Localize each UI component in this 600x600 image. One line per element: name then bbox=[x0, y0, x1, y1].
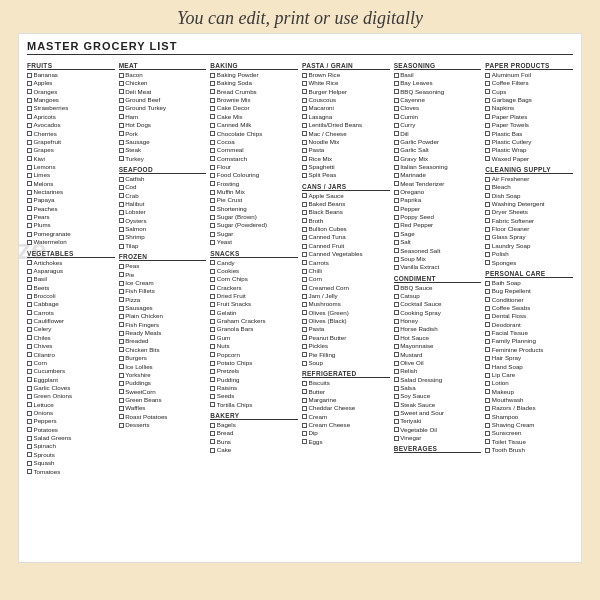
checkbox[interactable] bbox=[119, 98, 124, 103]
checkbox[interactable] bbox=[27, 377, 32, 382]
checkbox[interactable] bbox=[119, 314, 124, 319]
checkbox[interactable] bbox=[119, 73, 124, 78]
checkbox[interactable] bbox=[485, 106, 490, 111]
checkbox[interactable] bbox=[394, 248, 399, 253]
checkbox[interactable] bbox=[27, 148, 32, 153]
checkbox[interactable] bbox=[485, 306, 490, 311]
checkbox[interactable] bbox=[394, 190, 399, 195]
checkbox[interactable] bbox=[210, 89, 215, 94]
checkbox[interactable] bbox=[394, 319, 399, 324]
checkbox[interactable] bbox=[119, 140, 124, 145]
checkbox[interactable] bbox=[27, 386, 32, 391]
checkbox[interactable] bbox=[394, 335, 399, 340]
checkbox[interactable] bbox=[302, 252, 307, 257]
checkbox[interactable] bbox=[302, 173, 307, 178]
checkbox[interactable] bbox=[302, 123, 307, 128]
checkbox[interactable] bbox=[485, 98, 490, 103]
checkbox[interactable] bbox=[119, 81, 124, 86]
checkbox[interactable] bbox=[119, 339, 124, 344]
checkbox[interactable] bbox=[119, 148, 124, 153]
checkbox[interactable] bbox=[210, 131, 215, 136]
checkbox[interactable] bbox=[210, 148, 215, 153]
checkbox[interactable] bbox=[27, 461, 32, 466]
checkbox[interactable] bbox=[27, 190, 32, 195]
checkbox[interactable] bbox=[394, 106, 399, 111]
checkbox[interactable] bbox=[302, 106, 307, 111]
checkbox[interactable] bbox=[119, 306, 124, 311]
checkbox[interactable] bbox=[485, 235, 490, 240]
checkbox[interactable] bbox=[394, 327, 399, 332]
checkbox[interactable] bbox=[27, 394, 32, 399]
checkbox[interactable] bbox=[119, 202, 124, 207]
checkbox[interactable] bbox=[210, 215, 215, 220]
checkbox[interactable] bbox=[27, 140, 32, 145]
checkbox[interactable] bbox=[119, 322, 124, 327]
checkbox[interactable] bbox=[210, 269, 215, 274]
checkbox[interactable] bbox=[394, 123, 399, 128]
checkbox[interactable] bbox=[27, 215, 32, 220]
checkbox[interactable] bbox=[302, 414, 307, 419]
checkbox[interactable] bbox=[27, 277, 32, 282]
checkbox[interactable] bbox=[119, 281, 124, 286]
checkbox[interactable] bbox=[302, 260, 307, 265]
checkbox[interactable] bbox=[302, 148, 307, 153]
checkbox[interactable] bbox=[210, 123, 215, 128]
checkbox[interactable] bbox=[27, 402, 32, 407]
checkbox[interactable] bbox=[394, 436, 399, 441]
checkbox[interactable] bbox=[394, 419, 399, 424]
checkbox[interactable] bbox=[302, 431, 307, 436]
checkbox[interactable] bbox=[302, 361, 307, 366]
checkbox[interactable] bbox=[119, 406, 124, 411]
checkbox[interactable] bbox=[210, 81, 215, 86]
checkbox[interactable] bbox=[302, 244, 307, 249]
checkbox[interactable] bbox=[27, 73, 32, 78]
checkbox[interactable] bbox=[485, 193, 490, 198]
checkbox[interactable] bbox=[302, 406, 307, 411]
checkbox[interactable] bbox=[485, 431, 490, 436]
checkbox[interactable] bbox=[394, 285, 399, 290]
checkbox[interactable] bbox=[485, 114, 490, 119]
checkbox[interactable] bbox=[394, 394, 399, 399]
checkbox[interactable] bbox=[485, 202, 490, 207]
checkbox[interactable] bbox=[394, 206, 399, 211]
checkbox[interactable] bbox=[485, 252, 490, 257]
checkbox[interactable] bbox=[394, 81, 399, 86]
checkbox[interactable] bbox=[302, 73, 307, 78]
checkbox[interactable] bbox=[119, 373, 124, 378]
checkbox[interactable] bbox=[27, 452, 32, 457]
checkbox[interactable] bbox=[27, 444, 32, 449]
checkbox[interactable] bbox=[394, 257, 399, 262]
checkbox[interactable] bbox=[210, 260, 215, 265]
checkbox[interactable] bbox=[119, 414, 124, 419]
checkbox[interactable] bbox=[485, 148, 490, 153]
checkbox[interactable] bbox=[210, 165, 215, 170]
checkbox[interactable] bbox=[485, 185, 490, 190]
checkbox[interactable] bbox=[485, 89, 490, 94]
checkbox[interactable] bbox=[210, 198, 215, 203]
checkbox[interactable] bbox=[394, 369, 399, 374]
checkbox[interactable] bbox=[119, 356, 124, 361]
checkbox[interactable] bbox=[485, 218, 490, 223]
checkbox[interactable] bbox=[27, 131, 32, 136]
checkbox[interactable] bbox=[302, 423, 307, 428]
checkbox[interactable] bbox=[485, 281, 490, 286]
checkbox[interactable] bbox=[119, 364, 124, 369]
checkbox[interactable] bbox=[302, 218, 307, 223]
checkbox[interactable] bbox=[119, 235, 124, 240]
checkbox[interactable] bbox=[302, 310, 307, 315]
checkbox[interactable] bbox=[485, 398, 490, 403]
checkbox[interactable] bbox=[119, 381, 124, 386]
checkbox[interactable] bbox=[210, 310, 215, 315]
checkbox[interactable] bbox=[302, 202, 307, 207]
checkbox[interactable] bbox=[27, 302, 32, 307]
checkbox[interactable] bbox=[119, 114, 124, 119]
checkbox[interactable] bbox=[27, 419, 32, 424]
checkbox[interactable] bbox=[210, 327, 215, 332]
checkbox[interactable] bbox=[485, 210, 490, 215]
checkbox[interactable] bbox=[485, 373, 490, 378]
checkbox[interactable] bbox=[394, 377, 399, 382]
checkbox[interactable] bbox=[485, 123, 490, 128]
checkbox[interactable] bbox=[485, 423, 490, 428]
checkbox[interactable] bbox=[394, 198, 399, 203]
checkbox[interactable] bbox=[302, 381, 307, 386]
